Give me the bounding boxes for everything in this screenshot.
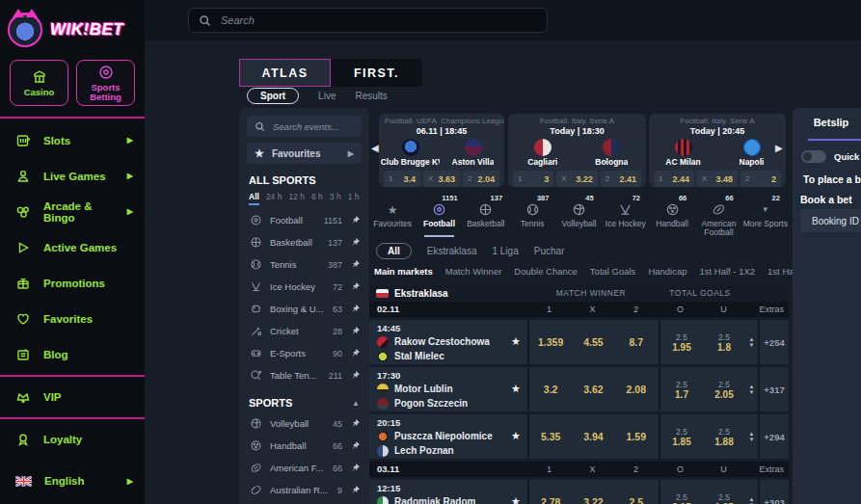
odds-cell-1[interactable]: 13.4 bbox=[384, 171, 420, 187]
time-filter-1h[interactable]: 1 h bbox=[348, 192, 360, 205]
time-filter-12h[interactable]: 12 h bbox=[288, 192, 305, 205]
sport-tab-ice-hockey[interactable]: 72 Ice Hockey bbox=[603, 193, 649, 238]
time-filter-24h[interactable]: 24 h bbox=[266, 192, 283, 205]
odds-1[interactable]: 3.2 bbox=[529, 367, 572, 411]
quick-bet-toggle[interactable] bbox=[801, 150, 826, 163]
tab-results[interactable]: Results bbox=[355, 91, 387, 101]
sports-betting-button[interactable]: Sports Betting bbox=[76, 60, 135, 106]
favourite-star-icon[interactable]: ★ bbox=[511, 495, 521, 504]
favourite-star-icon[interactable]: ★ bbox=[511, 335, 521, 348]
tab-sport[interactable]: Sport bbox=[247, 88, 299, 104]
tab-live[interactable]: Live bbox=[318, 91, 336, 101]
provider-tab-atlas[interactable]: ATLAS bbox=[239, 59, 331, 87]
pin-icon[interactable] bbox=[350, 259, 361, 270]
extras-count[interactable]: +294 bbox=[758, 414, 789, 459]
sport-tab-football[interactable]: 1151 Football bbox=[416, 193, 462, 238]
league-filter-all[interactable]: All bbox=[376, 243, 412, 259]
carousel-left-arrow[interactable]: ◀ bbox=[371, 143, 379, 153]
featured-match-card[interactable]: Football. UEFA. Champions League 06.11 |… bbox=[379, 114, 504, 187]
line-stepper[interactable]: ▲▼ bbox=[745, 480, 758, 504]
featured-match-card[interactable]: Football. Italy. Serie A Today | 20:45 A… bbox=[649, 114, 786, 187]
events-search-input[interactable] bbox=[271, 120, 354, 133]
sport-list-item-basketball[interactable]: Basketball137 bbox=[239, 231, 369, 253]
market-tab-handicap[interactable]: Handicap bbox=[648, 266, 686, 277]
match-row[interactable]: 20:15 Puszcza Niepolomice Lech Poznan ★ … bbox=[369, 414, 789, 459]
odds-under[interactable]: 2.51.88 bbox=[703, 427, 745, 447]
global-search[interactable] bbox=[188, 8, 548, 33]
sport-list-item-handball[interactable]: Handball66 bbox=[239, 435, 369, 457]
match-row[interactable]: 17:30 Motor Lublin Pogon Szczecin ★ 3.2 … bbox=[369, 367, 789, 411]
league-filter-ekstraklasa[interactable]: Ekstraklasa bbox=[427, 246, 477, 256]
odds-cell-2[interactable]: 22.41 bbox=[601, 171, 641, 187]
sport-list-item-american-football[interactable]: American F...66 bbox=[239, 457, 369, 479]
search-input[interactable] bbox=[219, 13, 537, 27]
provider-tab-first[interactable]: FIRST. bbox=[331, 59, 422, 87]
line-stepper[interactable]: ▲▼ bbox=[745, 367, 758, 411]
extras-count[interactable]: +254 bbox=[758, 320, 789, 364]
sport-list-item-cricket[interactable]: Cricket28 bbox=[239, 320, 369, 342]
odds-x[interactable]: 3.94 bbox=[572, 414, 614, 459]
line-stepper[interactable]: ▲▼ bbox=[745, 414, 758, 459]
pin-icon[interactable] bbox=[350, 440, 361, 451]
pin-icon[interactable] bbox=[350, 215, 361, 225]
sport-list-item-tennis[interactable]: Tennis387 bbox=[239, 253, 369, 276]
odds-cell-x[interactable]: X3.63 bbox=[423, 171, 460, 187]
sport-tab-favourites[interactable]: ★ Favourites bbox=[369, 193, 416, 238]
league-filter-puchar[interactable]: Puchar bbox=[534, 246, 565, 256]
league-header[interactable]: Ekstraklasa MATCH WINNER TOTAL GOALS bbox=[369, 285, 789, 302]
sidebar-item-slots[interactable]: Slots ▶ bbox=[0, 122, 145, 158]
market-tab-total-goals[interactable]: Total Goals bbox=[590, 266, 636, 277]
pin-icon[interactable] bbox=[350, 237, 361, 248]
sport-list-item-volleyball[interactable]: Volleyball45 bbox=[239, 412, 369, 435]
market-tab-double-chance[interactable]: Double Chance bbox=[514, 266, 578, 277]
odds-under[interactable]: 2.51.8 bbox=[703, 332, 745, 353]
sidebar-item-active-games[interactable]: Active Games bbox=[0, 229, 145, 265]
sport-list-item-esports[interactable]: E-Sports90 bbox=[239, 342, 369, 364]
sport-list-item-ice-hockey[interactable]: Ice Hockey72 bbox=[239, 276, 369, 298]
odds-2[interactable]: 2.08 bbox=[615, 367, 658, 411]
sidebar-item-promotions[interactable]: Promotions bbox=[0, 265, 145, 301]
sidebar-item-blog[interactable]: Blog bbox=[0, 336, 145, 372]
sidebar-item-vip[interactable]: VIP bbox=[0, 377, 145, 417]
sport-list-item-football[interactable]: Football1151 bbox=[239, 209, 369, 231]
language-selector[interactable]: English ▶ bbox=[0, 460, 145, 502]
odds-x[interactable]: 3.22 bbox=[572, 480, 614, 504]
carousel-right-arrow[interactable]: ▶ bbox=[775, 143, 783, 153]
sport-tab-tennis[interactable]: 387 Tennis bbox=[509, 193, 555, 238]
sidebar-item-favorites[interactable]: Favorites bbox=[0, 301, 145, 336]
sport-list-item-boxing[interactable]: Boxing & U...63 bbox=[239, 298, 369, 320]
sport-tab-more-sports[interactable]: 22 ▼ More Sports bbox=[742, 193, 789, 238]
sport-tab-basketball[interactable]: 137 Basketball bbox=[463, 193, 509, 238]
pin-icon[interactable] bbox=[350, 326, 361, 336]
odds-over[interactable]: 2.52.15 bbox=[660, 492, 703, 504]
line-stepper[interactable]: ▲▼ bbox=[745, 320, 758, 364]
time-filter-all[interactable]: All bbox=[249, 192, 259, 205]
odds-1[interactable]: 2.78 bbox=[529, 480, 572, 504]
odds-1[interactable]: 5.35 bbox=[529, 414, 572, 459]
favourite-star-icon[interactable]: ★ bbox=[511, 383, 521, 395]
market-tab-1st-half-1x2[interactable]: 1st Half - 1X2 bbox=[700, 266, 756, 277]
odds-x[interactable]: 4.55 bbox=[572, 320, 614, 364]
odds-1[interactable]: 1.359 bbox=[529, 320, 572, 364]
match-row[interactable]: 14:45 Rakow Czestochowa Stal Mielec ★ 1.… bbox=[369, 320, 789, 364]
market-tab-match-winner[interactable]: Match Winner bbox=[445, 266, 502, 277]
pin-icon[interactable] bbox=[350, 281, 361, 292]
market-tab-main[interactable]: Main markets bbox=[374, 266, 433, 277]
pin-icon[interactable] bbox=[350, 418, 361, 429]
sport-list-item-table-tennis[interactable]: Table Ten...211 bbox=[239, 364, 369, 386]
odds-over[interactable]: 2.51.95 bbox=[660, 332, 703, 353]
odds-under[interactable]: 2.51.65 bbox=[703, 492, 745, 504]
odds-2[interactable]: 8.7 bbox=[615, 320, 658, 364]
sidebar-item-loyalty[interactable]: Loyalty bbox=[0, 419, 145, 460]
brand-logo[interactable]: WIK!BET bbox=[0, 0, 145, 50]
extras-count[interactable]: +317 bbox=[758, 367, 789, 411]
odds-cell-1[interactable]: 12.44 bbox=[654, 171, 694, 187]
sidebar-item-arcade-bingo[interactable]: Arcade & Bingo ▶ bbox=[0, 194, 145, 229]
booking-id-input[interactable]: Booking ID bbox=[800, 209, 861, 232]
sidebar-item-live-games[interactable]: Live Games ▶ bbox=[0, 158, 145, 194]
featured-match-card[interactable]: Football. Italy. Serie A Today | 18:30 C… bbox=[508, 114, 646, 187]
casino-button[interactable]: Casino bbox=[10, 60, 68, 106]
betslip-tab[interactable]: Betslip bbox=[812, 117, 850, 128]
pin-icon[interactable] bbox=[350, 463, 361, 473]
odds-cell-1[interactable]: 13 bbox=[513, 171, 553, 187]
